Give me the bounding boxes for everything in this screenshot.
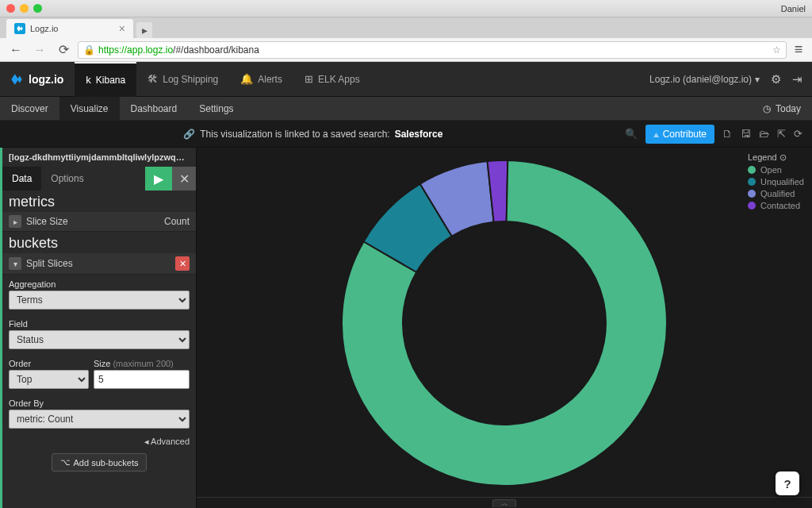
browser-tab[interactable]: Logz.io × <box>6 19 133 38</box>
bell-icon: 🔔 <box>240 73 253 85</box>
subnav-dashboard[interactable]: Dashboard <box>120 97 189 121</box>
panel-resize-handle[interactable]: ︿ <box>197 497 812 508</box>
address-bar[interactable]: 🔒 https://app.logz.io/#/dashboard/kibana… <box>78 41 787 59</box>
bookmark-icon[interactable]: ☆ <box>772 44 781 56</box>
banner-message: This visualization is linked to a saved … <box>200 129 389 140</box>
browser-tab-strip: Logz.io × ▸ <box>0 17 812 38</box>
forward-button[interactable]: → <box>30 40 49 60</box>
legend-label: Qualified <box>760 189 795 198</box>
apply-changes-button[interactable]: ▶ <box>145 167 172 190</box>
mac-close-icon[interactable] <box>6 4 15 13</box>
new-icon[interactable]: 🗋 <box>722 128 733 140</box>
field-select[interactable]: Status <box>9 330 190 349</box>
legend-swatch <box>748 202 756 210</box>
orderby-select[interactable]: metric: Count <box>9 410 190 429</box>
topnav-elk-apps[interactable]: ⊞ELK Apps <box>293 62 371 97</box>
metric-row-slice-size[interactable]: ▸ Slice Size Count <box>2 212 196 232</box>
browser-toolbar: ← → ⟳ 🔒 https://app.logz.io/#/dashboard/… <box>0 38 812 62</box>
config-panel: [logz-dkdhmyttiiymjdammbltqliwlylpzwqb-]… <box>0 148 197 508</box>
subnav-visualize[interactable]: Visualize <box>59 97 120 121</box>
aggregation-label: Aggregation <box>9 279 190 289</box>
chevron-down-icon: ▾ <box>9 257 21 270</box>
topnav-kibana[interactable]: kKibana <box>75 62 136 97</box>
tools-icon: 🛠 <box>147 73 158 85</box>
help-button[interactable]: ? <box>776 471 799 495</box>
mac-zoom-icon[interactable] <box>33 4 42 13</box>
linked-search-banner: 🔗 This visualization is linked to a save… <box>0 121 812 148</box>
kibana-subnav: Discover Visualize Dashboard Settings ◷ … <box>0 97 812 121</box>
share-icon[interactable]: ⇱ <box>777 128 786 140</box>
top-nav: kKibana 🛠Log Shipping 🔔Alerts ⊞ELK Apps <box>75 62 370 97</box>
user-menu[interactable]: Logz.io (daniel@logz.io) ▾ <box>649 74 760 85</box>
favicon-icon <box>14 23 25 34</box>
metrics-header: metrics <box>2 190 196 212</box>
banner-search-name[interactable]: Salesforce <box>395 129 443 140</box>
legend-item[interactable]: Contacted <box>748 201 804 210</box>
advanced-toggle[interactable]: ◂ Advanced <box>2 433 196 450</box>
legend-swatch <box>748 166 756 174</box>
browser-tab-title: Logz.io <box>30 24 58 33</box>
branch-icon: ⌥ <box>60 457 71 468</box>
time-picker[interactable]: Today <box>776 103 801 114</box>
legend-swatch <box>748 190 756 198</box>
open-icon[interactable]: 🗁 <box>759 128 769 140</box>
legend-title[interactable]: Legend ⊙ <box>748 152 804 163</box>
panel-tab-options[interactable]: Options <box>41 167 93 190</box>
clock-icon: ◷ <box>763 103 771 114</box>
contribute-button[interactable]: ⟁Contribute <box>645 125 714 144</box>
url-path: /#/dashboard/kibana <box>173 44 259 56</box>
aggregation-select[interactable]: Terms <box>9 291 190 310</box>
apps-icon: ⊞ <box>304 73 313 85</box>
orderby-label: Order By <box>9 398 190 408</box>
legend-item[interactable]: Qualified <box>748 189 804 198</box>
url-host: app.logz.io <box>127 44 173 56</box>
app-topbar: logz.io kKibana 🛠Log Shipping 🔔Alerts ⊞E… <box>0 62 812 97</box>
link-icon: 🔗 <box>183 129 195 140</box>
search-icon[interactable]: 🔍 <box>625 128 638 140</box>
index-pattern-label[interactable]: [logz-dkdhmyttiiymjdammbltqliwlylpzwqb-]… <box>2 148 196 167</box>
discard-changes-button[interactable]: ✕ <box>172 167 196 190</box>
reload-button[interactable]: ⟳ <box>54 40 73 60</box>
tab-close-icon[interactable]: × <box>119 22 125 35</box>
order-select[interactable]: Top <box>9 370 89 389</box>
chevron-up-icon: ︿ <box>492 499 516 507</box>
kibana-icon: k <box>86 74 91 86</box>
chart-legend: Legend ⊙ OpenUnqualifiedQualifiedContact… <box>748 152 804 213</box>
metric-count-label: Count <box>164 216 190 227</box>
login-icon[interactable]: ⇥ <box>792 72 802 87</box>
logo-text: logz.io <box>29 73 63 86</box>
visualization-canvas: Legend ⊙ OpenUnqualifiedQualifiedContact… <box>197 148 812 508</box>
remove-bucket-button[interactable]: ✕ <box>175 256 190 271</box>
size-label: Size (maximum 200) <box>94 359 190 368</box>
save-icon[interactable]: 🖫 <box>741 128 751 140</box>
subnav-settings[interactable]: Settings <box>188 97 244 121</box>
add-sub-buckets-button[interactable]: ⌥Add sub-buckets <box>52 453 147 471</box>
url-scheme: https:// <box>98 44 127 56</box>
legend-label: Open <box>760 165 782 175</box>
mac-user-label: Daniel <box>781 4 806 13</box>
chevron-down-icon: ▾ <box>755 74 760 85</box>
topnav-log-shipping[interactable]: 🛠Log Shipping <box>136 62 229 97</box>
settings-icon[interactable]: ⚙ <box>771 72 781 87</box>
main-area: [logz-dkdhmyttiiymjdammbltqliwlylpzwqb-]… <box>0 148 812 508</box>
app-logo[interactable]: logz.io <box>10 72 63 87</box>
mac-titlebar: Daniel <box>0 0 812 17</box>
subnav-discover[interactable]: Discover <box>0 97 59 121</box>
size-input[interactable] <box>94 370 190 389</box>
refresh-icon[interactable]: ⟳ <box>794 128 802 140</box>
topnav-alerts[interactable]: 🔔Alerts <box>229 62 293 97</box>
new-tab-button[interactable]: ▸ <box>136 22 152 38</box>
buckets-header: buckets <box>2 232 196 253</box>
donut-chart[interactable] <box>334 152 675 494</box>
legend-item[interactable]: Open <box>748 165 804 175</box>
legend-swatch <box>748 178 756 186</box>
browser-menu-icon[interactable]: ≡ <box>791 41 806 58</box>
field-label: Field <box>9 319 190 329</box>
order-label: Order <box>9 359 89 368</box>
back-button[interactable]: ← <box>6 40 25 60</box>
lock-icon: 🔒 <box>83 44 95 56</box>
legend-item[interactable]: Unqualified <box>748 177 804 187</box>
mac-minimize-icon[interactable] <box>20 4 29 13</box>
bucket-row-split-slices[interactable]: ▾ Split Slices ✕ <box>2 253 196 275</box>
panel-tab-data[interactable]: Data <box>2 167 41 190</box>
